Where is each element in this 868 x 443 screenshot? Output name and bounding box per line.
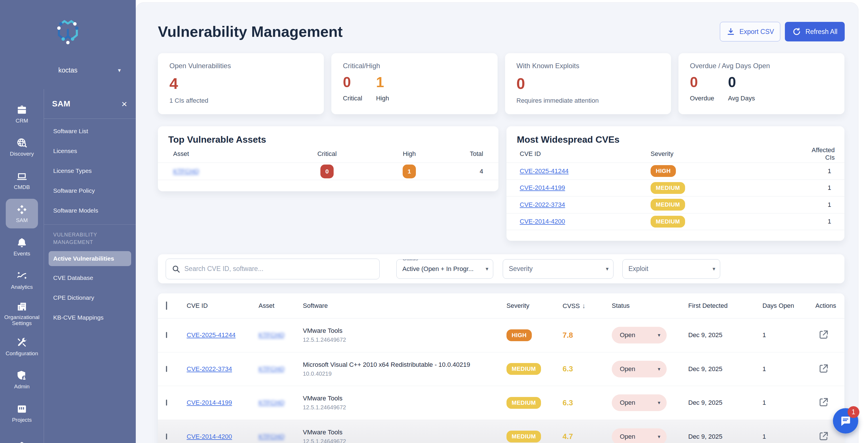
asset-link[interactable]: KTFCHQ [173,168,199,175]
status-value: Open [620,399,635,407]
severity-filter-select[interactable]: Severity ▾ [503,259,614,279]
days-open-count: 1 [763,399,815,407]
sidebar-item-software-policy[interactable]: Software Policy [44,181,136,201]
close-icon[interactable]: × [121,99,127,109]
bank-check-icon [16,441,28,443]
sidebar-item-cmdb[interactable]: CMDB [0,164,44,197]
trend-sparkle-icon [16,270,28,282]
sidebar-item-cve-database[interactable]: CVE Database [44,268,136,288]
table-row: CVE-2025-41244 HIGH 1 [506,163,844,180]
search-input[interactable] [184,265,374,273]
open-details-button[interactable] [818,438,829,442]
cve-link[interactable]: CVE-2014-4199 [187,399,232,406]
stat-subtext: Requires immediate attention [517,97,659,105]
export-csv-button[interactable]: Export CSV [720,22,780,41]
table-row: CVE-2014-4199 MEDIUM 1 [506,180,844,197]
asset-link[interactable]: KTFCHQ [258,365,284,373]
sidebar-item-sam[interactable]: SAM [0,197,44,230]
affected-cis-count: 1 [812,201,831,209]
cve-link[interactable]: CVE-2014-4199 [520,184,565,191]
sidebar-item-projects[interactable]: Projects [0,396,44,430]
cvss-score: 4.7 [563,432,612,441]
affected-cis-count: 1 [812,168,831,175]
stat-card-known-exploits: With Known Exploits 0 Requires immediate… [505,53,671,114]
status-filter-select[interactable]: Status Active (Open + In Progr... ▾ [396,259,493,279]
sidebar-item-label: CMDB [14,184,30,190]
status-dropdown[interactable]: Open ▾ [612,361,667,377]
sidebar-item-cpe-dictionary[interactable]: CPE Dictionary [44,288,136,307]
bell-icon [16,237,28,248]
sidebar-item-licenses[interactable]: Licenses [44,141,136,161]
severity-filter-placeholder: Severity [509,265,533,273]
sidebar: koctas ▾ CRM Discovery CMDB SAM Eve [0,0,136,443]
software-version: 12.5.1.24649672 [303,336,506,343]
laptop-icon [16,171,28,182]
tenant-selector[interactable]: koctas ▾ [0,63,136,78]
column-header-days-open: Days Open [763,302,815,309]
sidebar-item-software-models[interactable]: Software Models [44,201,136,220]
row-checkbox[interactable] [166,366,167,372]
asset-link[interactable]: KTFCHQ [258,399,284,406]
status-value: Open [620,331,635,339]
stat-avg-days: 0 Avg Days [728,74,755,102]
select-all-checkbox[interactable] [166,301,167,310]
sidebar-item-active-vulnerabilities[interactable]: Active Vulnerabilities [49,251,131,266]
cve-link[interactable]: CVE-2022-3734 [187,365,232,373]
row-checkbox[interactable] [166,434,167,440]
table-header: Asset Critical High Total [158,145,498,163]
top-vulnerable-assets-card: Top Vulnerable Assets Asset Critical Hig… [158,126,498,191]
sidebar-item-analytics[interactable]: Analytics [0,264,44,297]
severity-badge: HIGH [651,165,676,177]
status-filter-value: Active (Open + In Progr... [402,265,474,273]
exploit-filter-select[interactable]: Exploit ▾ [622,259,720,279]
column-header-status: Status [612,302,688,309]
stat-card-overdue-avg-days: Overdue / Avg Days Open 0 Overdue 0 Avg … [679,53,844,114]
status-dropdown[interactable]: Open ▾ [612,428,667,443]
severity-badge: HIGH [506,329,532,341]
open-details-button[interactable] [818,404,829,409]
sidebar-item-governance[interactable] [0,430,44,443]
days-open-count: 1 [763,365,815,373]
cve-link[interactable]: CVE-2014-4200 [520,218,565,225]
cve-link[interactable]: CVE-2022-3734 [520,201,565,208]
asset-link[interactable]: KTFCHQ [258,433,284,440]
sidebar-item-organizational-settings[interactable]: Organizational Settings [0,297,44,330]
sidebar-item-label: Configuration [5,350,38,356]
stat-critical: 0 Critical [343,74,362,102]
column-header-severity: Severity [651,150,812,158]
stat-value: 0 [690,74,714,91]
row-checkbox[interactable] [166,400,167,406]
sidebar-item-admin[interactable]: Admin [0,363,44,397]
column-header-cvss[interactable]: CVSS↓ [563,302,612,310]
shield-user-icon [16,370,28,381]
open-in-new-icon [818,329,829,340]
sidebar-item-configuration[interactable]: Configuration [0,330,44,363]
vulnerabilities-table-card: CVE ID Asset Software Severity CVSS↓ Sta… [158,293,844,443]
cve-link[interactable]: CVE-2025-41244 [520,168,568,175]
refresh-all-button[interactable]: Refresh All [785,22,845,41]
sidebar-item-license-types[interactable]: License Types [44,161,136,181]
sidebar-item-kb-cve-mappings[interactable]: KB-CVE Mappings [44,307,136,327]
asset-link[interactable]: KTFCHQ [258,331,284,338]
critical-count-badge: 0 [320,165,334,178]
sidebar-item-discovery[interactable]: Discovery [0,130,44,164]
column-header-high: High [367,150,451,158]
building-icon [16,301,28,312]
stat-value: 1 [376,74,389,91]
cve-link[interactable]: CVE-2014-4200 [187,433,232,440]
open-details-button[interactable] [818,370,829,375]
severity-badge: MEDIUM [651,182,685,194]
chat-unread-badge: 1 [847,406,859,418]
sidebar-item-software-list[interactable]: Software List [44,121,136,141]
sidebar-item-events[interactable]: Events [0,230,44,264]
sidebar-item-crm[interactable]: CRM [0,97,44,130]
status-dropdown[interactable]: Open ▾ [612,327,667,344]
software-name: VMware Tools [303,327,506,334]
stat-label: Overdue / Avg Days Open [690,62,833,70]
software-version: 12.5.1.24649672 [303,404,506,411]
row-checkbox[interactable] [166,332,167,338]
status-dropdown[interactable]: Open ▾ [612,394,667,411]
cve-link[interactable]: CVE-2025-41244 [187,331,236,338]
cube-network-logo-icon [49,13,87,50]
open-details-button[interactable] [818,336,829,341]
